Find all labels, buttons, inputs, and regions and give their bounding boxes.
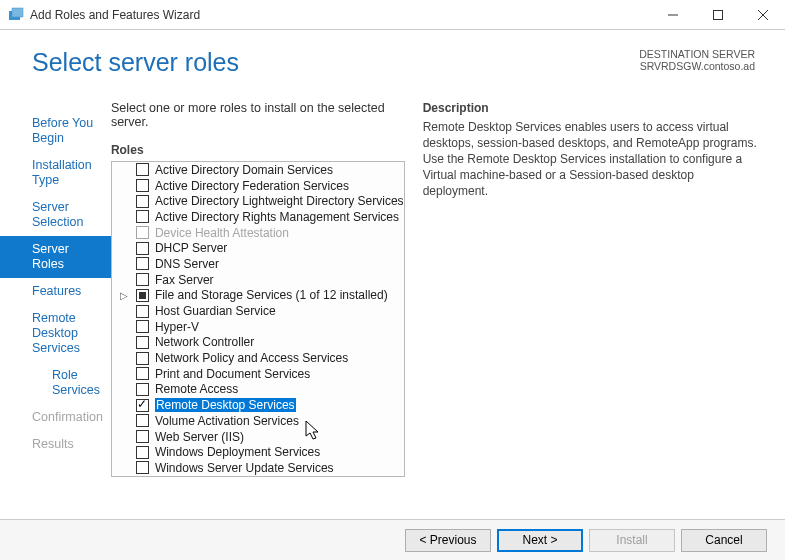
maximize-button[interactable] — [695, 0, 740, 29]
role-checkbox[interactable] — [136, 399, 149, 412]
role-label: Fax Server — [155, 273, 214, 287]
role-checkbox[interactable] — [136, 257, 149, 270]
role-item[interactable]: Active Directory Lightweight Directory S… — [112, 193, 404, 209]
role-checkbox[interactable] — [136, 242, 149, 255]
role-item[interactable]: Windows Deployment Services — [112, 444, 404, 460]
role-label: Hyper-V — [155, 320, 199, 334]
role-checkbox[interactable] — [136, 163, 149, 176]
cancel-button[interactable]: Cancel — [681, 529, 767, 552]
chevron-right-icon[interactable]: ▷ — [120, 290, 130, 300]
role-label: DNS Server — [155, 257, 219, 271]
roles-list: Active Directory Domain ServicesActive D… — [111, 161, 405, 477]
role-checkbox[interactable] — [136, 195, 149, 208]
destination-info: DESTINATION SERVER SRVRDSGW.contoso.ad — [639, 48, 755, 72]
role-item[interactable]: Remote Access — [112, 382, 404, 398]
role-checkbox[interactable] — [136, 383, 149, 396]
next-button[interactable]: Next > — [497, 529, 583, 552]
role-item[interactable]: Print and Document Services — [112, 366, 404, 382]
role-label: Network Controller — [155, 335, 254, 349]
sidebar-step[interactable]: Server Roles — [0, 236, 111, 278]
description-label: Description — [423, 101, 757, 115]
role-label: Active Directory Federation Services — [155, 179, 349, 193]
role-checkbox[interactable] — [136, 446, 149, 459]
role-checkbox[interactable] — [136, 414, 149, 427]
role-checkbox[interactable] — [136, 430, 149, 443]
role-item[interactable]: Windows Server Update Services — [112, 460, 404, 476]
role-item[interactable]: Web Server (IIS) — [112, 429, 404, 445]
role-label: Network Policy and Access Services — [155, 351, 348, 365]
role-checkbox[interactable] — [136, 336, 149, 349]
role-checkbox[interactable] — [136, 273, 149, 286]
sidebar-step[interactable]: Before You Begin — [0, 110, 111, 152]
sidebar-step[interactable]: Server Selection — [0, 194, 111, 236]
role-checkbox[interactable] — [136, 320, 149, 333]
role-label: Windows Server Update Services — [155, 461, 334, 475]
roles-scroll[interactable]: Active Directory Domain ServicesActive D… — [112, 162, 404, 476]
role-item[interactable]: Device Health Attestation — [112, 225, 404, 241]
app-icon — [8, 7, 24, 23]
role-checkbox[interactable] — [136, 352, 149, 365]
role-checkbox[interactable] — [136, 226, 149, 239]
role-label: Active Directory Rights Management Servi… — [155, 210, 399, 224]
instruction-text: Select one or more roles to install on t… — [111, 101, 405, 129]
role-checkbox[interactable] — [136, 367, 149, 380]
minimize-button[interactable] — [650, 0, 695, 29]
destination-label: DESTINATION SERVER — [639, 48, 755, 60]
header: Select server roles DESTINATION SERVER S… — [0, 30, 785, 87]
role-label: Volume Activation Services — [155, 414, 299, 428]
titlebar: Add Roles and Features Wizard — [0, 0, 785, 30]
role-label: DHCP Server — [155, 241, 227, 255]
sidebar-step[interactable]: Remote Desktop Services — [0, 305, 111, 362]
role-label: Print and Document Services — [155, 367, 310, 381]
role-label: Host Guardian Service — [155, 304, 276, 318]
role-item[interactable]: Volume Activation Services — [112, 413, 404, 429]
role-item[interactable]: Remote Desktop Services — [112, 397, 404, 413]
svg-rect-1 — [12, 8, 23, 17]
role-label: Remote Desktop Services — [155, 398, 296, 412]
install-button[interactable]: Install — [589, 529, 675, 552]
role-label: Remote Access — [155, 382, 238, 396]
role-label: Windows Deployment Services — [155, 445, 320, 459]
role-label: Active Directory Lightweight Directory S… — [155, 194, 404, 208]
sidebar-step: Results — [0, 431, 111, 458]
role-item[interactable]: ▷File and Storage Services (1 of 12 inst… — [112, 288, 404, 304]
sidebar-step: Confirmation — [0, 404, 111, 431]
role-item[interactable]: Network Policy and Access Services — [112, 350, 404, 366]
destination-server: SRVRDSGW.contoso.ad — [639, 60, 755, 72]
role-item[interactable]: Active Directory Federation Services — [112, 178, 404, 194]
footer: < Previous Next > Install Cancel — [0, 519, 785, 560]
previous-button[interactable]: < Previous — [405, 529, 491, 552]
role-checkbox[interactable] — [136, 289, 149, 302]
sidebar-step[interactable]: Features — [0, 278, 111, 305]
role-item[interactable]: Fax Server — [112, 272, 404, 288]
role-item[interactable]: Network Controller — [112, 335, 404, 351]
page-title: Select server roles — [32, 48, 239, 77]
role-label: File and Storage Services (1 of 12 insta… — [155, 288, 388, 302]
close-button[interactable] — [740, 0, 785, 29]
svg-rect-3 — [713, 10, 722, 19]
role-item[interactable]: DHCP Server — [112, 240, 404, 256]
window-title: Add Roles and Features Wizard — [30, 8, 650, 22]
role-item[interactable]: Hyper-V — [112, 319, 404, 335]
roles-label: Roles — [111, 143, 405, 157]
sidebar-step[interactable]: Installation Type — [0, 152, 111, 194]
role-checkbox[interactable] — [136, 305, 149, 318]
role-label: Device Health Attestation — [155, 226, 289, 240]
role-checkbox[interactable] — [136, 179, 149, 192]
role-label: Active Directory Domain Services — [155, 163, 333, 177]
role-checkbox[interactable] — [136, 210, 149, 223]
sidebar-step[interactable]: Role Services — [0, 362, 111, 404]
role-label: Web Server (IIS) — [155, 430, 244, 444]
role-item[interactable]: Host Guardian Service — [112, 303, 404, 319]
role-item[interactable]: Active Directory Rights Management Servi… — [112, 209, 404, 225]
role-item[interactable]: DNS Server — [112, 256, 404, 272]
role-item[interactable]: Active Directory Domain Services — [112, 162, 404, 178]
wizard-sidebar: Before You BeginInstallation TypeServer … — [0, 87, 111, 477]
role-checkbox[interactable] — [136, 461, 149, 474]
description-text: Remote Desktop Services enables users to… — [423, 119, 757, 199]
